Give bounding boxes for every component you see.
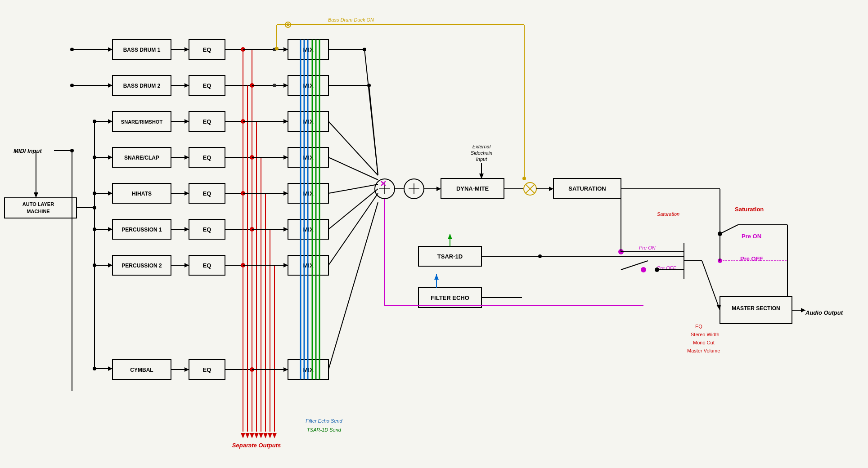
svg-text:Input: Input bbox=[476, 156, 487, 162]
master-volume-label: Master Volume bbox=[687, 348, 720, 353]
master-section-label: MASTER SECTION bbox=[732, 305, 780, 312]
svg-point-162 bbox=[275, 47, 279, 50]
auto-layer-label2: MACHINE bbox=[27, 209, 49, 214]
auto-layer-label: AUTO LAYER bbox=[22, 201, 54, 207]
external-sidechain-label: External bbox=[472, 144, 491, 149]
eq-cymbal-label: EQ bbox=[203, 366, 211, 373]
filter-echo-label: FILTER ECHO bbox=[431, 294, 469, 301]
percussion-1-label: PERCUSSION 1 bbox=[121, 227, 162, 233]
eq-snare-rim-label: EQ bbox=[203, 118, 211, 125]
filter-echo-send-label: Filter Echo Send bbox=[306, 418, 342, 423]
pre-on-right-label: Pre ON bbox=[742, 233, 761, 240]
dyna-mite-label: DYNA-MITE bbox=[456, 185, 489, 192]
audio-output-label: Audio Output bbox=[805, 309, 843, 316]
svg-text:Sidechain: Sidechain bbox=[471, 150, 492, 156]
saturation-label: SATURATION bbox=[568, 185, 606, 192]
tsar-send-label: TSAR-1D Send bbox=[307, 427, 342, 432]
svg-rect-0 bbox=[0, 0, 868, 468]
tsar-1d-label: TSAR-1D bbox=[437, 253, 463, 260]
svg-point-102 bbox=[273, 84, 276, 87]
svg-point-164 bbox=[522, 177, 526, 180]
hihats-label: HIHATS bbox=[132, 191, 152, 197]
saturation-pre-off-label: Saturation bbox=[735, 206, 764, 213]
percussion-2-label: PERCUSSION 2 bbox=[121, 263, 162, 269]
svg-point-160 bbox=[287, 23, 289, 26]
eq-master-label: EQ bbox=[695, 324, 702, 329]
bass-drum-duck-label: Bass Drum Duck ON bbox=[328, 17, 374, 22]
pre-off-right-label: Pre OFF bbox=[740, 255, 763, 262]
eq-perc1-label: EQ bbox=[203, 226, 211, 233]
snare-rimshot-label: SNARE/RIMSHOT bbox=[121, 119, 163, 125]
mono-cut-label: Mono Cut bbox=[693, 340, 715, 345]
eq-bd2-label: EQ bbox=[203, 82, 211, 89]
cymbal-label: CYMBAL bbox=[130, 367, 153, 373]
eq-bd1-label: EQ bbox=[203, 46, 211, 53]
stereo-width-label: Stereo Width bbox=[691, 332, 720, 337]
snare-clap-label: SNARE/CLAP bbox=[124, 155, 159, 161]
bass-drum-2-label: BASS DRUM 2 bbox=[123, 83, 161, 89]
pre-off-dot bbox=[641, 267, 646, 272]
eq-snare-clap-label: EQ bbox=[203, 154, 211, 161]
eq-hihats-label: EQ bbox=[203, 190, 211, 197]
signal-flow-diagram: MIDI Input AUTO LAYER MACHINE bbox=[0, 0, 868, 468]
saturation-annotation-label: Saturation bbox=[657, 211, 679, 217]
separate-outputs-label: Separate Outputs bbox=[232, 442, 281, 449]
pre-on-label: Pre ON bbox=[639, 245, 656, 250]
midi-input-label: MIDI Input bbox=[13, 147, 42, 154]
eq-perc2-label: EQ bbox=[203, 262, 211, 269]
bass-drum-1-label: BASS DRUM 1 bbox=[123, 47, 161, 53]
svg-text:✕: ✕ bbox=[380, 179, 387, 188]
